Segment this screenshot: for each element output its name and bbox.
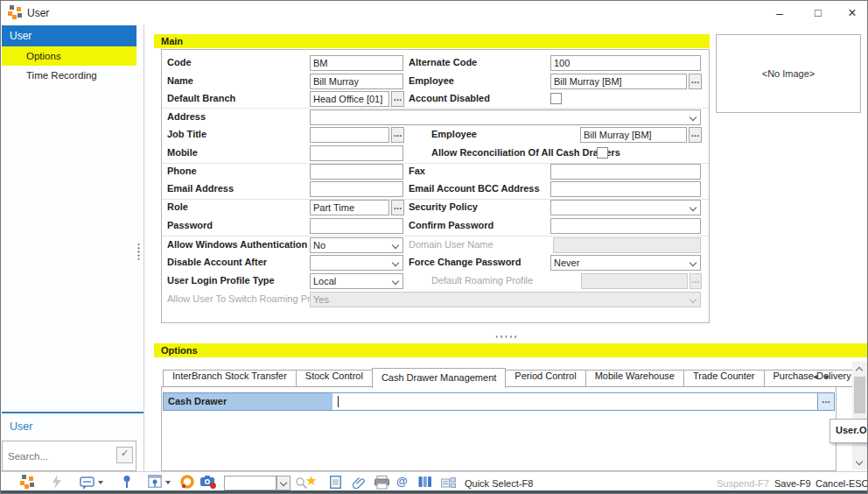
horizontal-splitter-handle[interactable] (494, 335, 518, 338)
allow-windows-auth-value: No (313, 240, 326, 251)
pin-window-dropdown-icon[interactable] (165, 481, 171, 484)
statusbar-combobox-dropdown[interactable] (276, 476, 290, 490)
cash-drawer-input[interactable] (332, 393, 817, 410)
allow-reconciliation-label: Allow Reconciliation Of All Cash Drawers (431, 147, 620, 158)
confirm-password-label: Confirm Password (409, 220, 494, 230)
suspend-button[interactable]: Suspend-F7 (717, 478, 769, 489)
user-login-profile-type-select[interactable]: Local (310, 273, 403, 289)
sidebar-search-panel: ✓ (2, 441, 136, 471)
sidebar (2, 25, 144, 471)
default-roaming-profile-lookup-button: … (690, 273, 702, 289)
quick-select-button[interactable]: Quick Select-F8 (465, 478, 533, 489)
account-disabled-checkbox[interactable] (550, 93, 562, 104)
pin-icon[interactable] (122, 475, 132, 492)
comments-dropdown-icon[interactable] (98, 481, 103, 484)
lightning-icon (52, 475, 62, 492)
sidebar-user-link[interactable]: User (10, 420, 32, 433)
allow-switch-roaming-label: Allow User To Switch Roaming Profile (167, 293, 328, 304)
user-login-profile-type-value: Local (313, 276, 336, 286)
tab-cash-drawer-management[interactable]: Cash Drawer Management (372, 368, 506, 388)
sidebar-item-options[interactable]: Options (2, 46, 136, 66)
employee-label: Employee (409, 75, 454, 86)
confirm-password-input[interactable] (550, 218, 701, 234)
address-label: Address (167, 111, 206, 122)
vertical-splitter-handle[interactable] (137, 243, 140, 261)
tab-period-control[interactable]: Period Control (505, 370, 585, 387)
allow-switch-roaming-select: Yes (310, 292, 701, 307)
disable-account-after-select[interactable] (310, 255, 403, 271)
search-confirm-check-icon[interactable]: ✓ (116, 447, 133, 463)
cancel-button[interactable]: Cancel-ESC (816, 478, 868, 489)
options-tab-strip: InterBranch Stock Transfer Stock Control… (164, 370, 868, 387)
employee2-input[interactable] (580, 127, 687, 143)
account-disabled-label: Account Disabled (409, 93, 490, 103)
window-bottom-border (1, 490, 867, 493)
role-input[interactable] (310, 200, 389, 215)
phone-input[interactable] (310, 164, 403, 180)
force-change-password-select[interactable]: Never (550, 255, 701, 271)
domain-user-name-label: Domain User Name (409, 239, 494, 250)
password-label: Password (167, 220, 213, 230)
employee-lookup-button[interactable]: … (689, 74, 702, 89)
main-section-header: Main (154, 34, 710, 48)
role-lookup-button[interactable]: … (391, 200, 404, 215)
default-branch-lookup-button[interactable]: … (391, 91, 404, 107)
email-at-icon[interactable]: @ (396, 475, 408, 488)
sidebar-item-user[interactable]: User (2, 25, 136, 46)
domain-user-name-input (553, 237, 701, 253)
chevron-down-icon (392, 259, 399, 266)
title-bar: User – □ × (1, 1, 867, 25)
chevron-down-icon (392, 242, 399, 249)
role-label: Role (167, 201, 188, 212)
default-branch-input[interactable] (310, 91, 389, 107)
tab-stock-control[interactable]: Stock Control (296, 370, 373, 387)
save-button[interactable]: Save-F9 (774, 478, 811, 489)
sidebar-item-time-recording[interactable]: Time Recording (2, 66, 136, 85)
default-roaming-profile-label: Default Roaming Profile (431, 275, 533, 286)
default-branch-label: Default Branch (167, 93, 235, 103)
code-label: Code (167, 57, 192, 67)
scrollbar-up-button[interactable] (852, 362, 867, 376)
cash-drawer-lookup-button[interactable]: … (817, 393, 834, 410)
scrollbar-thumb[interactable] (854, 377, 865, 413)
tab-mobile-warehouse[interactable]: Mobile Warehouse (585, 370, 684, 387)
tab-interbranch-stock-transfer[interactable]: InterBranch Stock Transfer (163, 370, 297, 387)
name-input[interactable] (310, 74, 403, 89)
minimize-button[interactable]: – (760, 1, 799, 25)
pin-window-icon[interactable] (148, 475, 162, 491)
allow-reconciliation-checkbox[interactable] (597, 147, 608, 159)
security-policy-select[interactable] (550, 200, 701, 215)
alternate-code-input[interactable] (550, 55, 701, 71)
cash-drawer-label: Cash Drawer (164, 393, 332, 410)
address-select[interactable] (310, 109, 701, 125)
favorites-star-icon[interactable]: ★ (305, 473, 317, 489)
mobile-input[interactable] (310, 145, 403, 161)
search-input[interactable] (6, 448, 113, 465)
cash-drawer-row: Cash Drawer … (163, 392, 835, 411)
force-change-password-value: Never (554, 258, 579, 268)
tab-scroll-left-icon[interactable]: ◂ (813, 371, 817, 381)
application-window: User – □ × User Options Time Recording U… (0, 0, 868, 494)
job-title-input[interactable] (310, 127, 389, 143)
statusbar-combobox[interactable] (224, 476, 276, 490)
employee-input[interactable] (550, 74, 687, 89)
text-cursor (338, 396, 339, 407)
job-title-lookup-button[interactable]: … (391, 127, 404, 143)
close-button[interactable]: × (837, 1, 867, 25)
tab-scroll-right-icon[interactable]: ▸ (825, 371, 830, 381)
code-input[interactable] (310, 55, 403, 71)
fax-input[interactable] (550, 164, 701, 180)
tab-trade-counter[interactable]: Trade Counter (683, 370, 765, 387)
email-address-input[interactable] (310, 181, 403, 197)
password-input[interactable] (310, 218, 403, 234)
scrollbar-down-button[interactable] (852, 455, 867, 469)
catalog-columns-icon[interactable] (418, 476, 432, 491)
alternate-code-label: Alternate Code (409, 57, 477, 67)
chevron-down-icon (690, 259, 696, 266)
maximize-button[interactable]: □ (799, 1, 837, 25)
allow-windows-auth-select[interactable]: No (310, 237, 403, 253)
employee2-lookup-button[interactable]: … (689, 127, 702, 143)
email-bcc-label: Email Account BCC Address (409, 183, 540, 194)
email-bcc-input[interactable] (550, 181, 701, 197)
sidebar-bottom-divider (2, 412, 144, 413)
